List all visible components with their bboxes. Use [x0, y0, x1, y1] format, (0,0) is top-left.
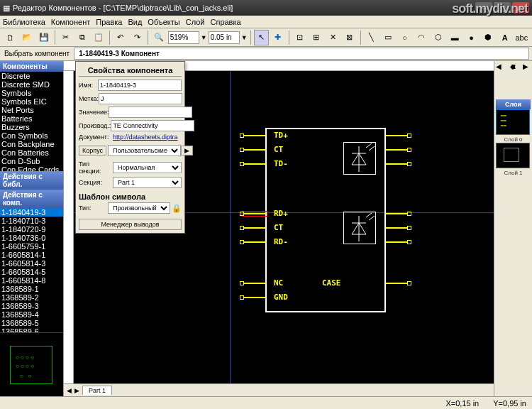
lib-item[interactable]: Con D-Sub [0, 157, 63, 165]
comp-item[interactable]: 1368589-2 [0, 293, 63, 302]
open-icon[interactable]: 📂 [20, 30, 35, 45]
library-list[interactable]: DiscreteDiscrete SMDSymbolsSymbols EICNe… [0, 72, 63, 171]
nav-down-icon[interactable]: ▼ [510, 62, 517, 70]
tool3-icon[interactable]: ✕ [326, 30, 341, 45]
manuf-input[interactable] [111, 120, 194, 131]
comp-item[interactable]: 1-1840736-0 [0, 234, 63, 242]
lib-item[interactable]: Symbols EIC [0, 97, 63, 106]
sectype-select[interactable]: Нормальная [113, 162, 182, 173]
comp-item[interactable]: 1-6605814-3 [0, 259, 63, 268]
menu-layer[interactable]: Слой [186, 18, 205, 26]
comp-item[interactable]: 1368589-5 [0, 319, 63, 327]
pin-left[interactable] [244, 213, 265, 214]
lib-item[interactable]: Discrete [0, 72, 63, 80]
comp-item[interactable]: 1-6605814-5 [0, 268, 63, 276]
type-select[interactable]: Произвольный [108, 202, 170, 214]
tool1-icon[interactable]: ⊡ [292, 30, 308, 45]
comp-item[interactable]: 1-1840419-3 [0, 208, 63, 217]
lib-item[interactable]: Con Symbols [0, 131, 63, 140]
lib-item[interactable]: Buzzers [0, 123, 63, 131]
tool2-icon[interactable]: ⊞ [309, 30, 324, 45]
pin-left[interactable] [244, 241, 265, 243]
comp-item[interactable]: 1-1840710-3 [0, 217, 63, 225]
pin-right[interactable] [386, 227, 407, 229]
lib-item[interactable]: Symbols [0, 89, 63, 97]
part-tab[interactable]: Part 1 [82, 386, 112, 395]
pin-left[interactable] [244, 297, 265, 298]
comp-item[interactable]: 1-6605814-8 [0, 276, 63, 285]
zoom-icon[interactable]: 🔍 [151, 30, 167, 45]
pointer-icon[interactable]: ↖ [254, 30, 270, 45]
pin-left[interactable] [244, 283, 265, 284]
paste-icon[interactable]: 📋 [92, 30, 107, 45]
menu-library[interactable]: Библиотека [3, 18, 45, 26]
poly-icon[interactable]: ⬡ [431, 30, 446, 45]
lib-item[interactable]: Con Batteries [0, 148, 63, 157]
comp-item[interactable]: 1368589-1 [0, 285, 63, 293]
copy-icon[interactable]: ⧉ [74, 30, 90, 45]
comp-item[interactable]: 1-1840720-9 [0, 225, 63, 234]
layer-0-thumb[interactable]: ━━━━━━ [496, 109, 530, 135]
pin-left[interactable] [244, 149, 265, 151]
case-next-button[interactable]: ▶ [181, 146, 193, 156]
line-icon[interactable]: ╲ [364, 30, 379, 45]
new-icon[interactable]: 🗋 [3, 30, 18, 45]
fillrect-icon[interactable]: ▬ [447, 30, 462, 45]
comp-item[interactable]: 1-6605814-1 [0, 251, 63, 259]
lib-item[interactable]: Con Edge Cards [0, 165, 63, 171]
menu-component[interactable]: Компонент [51, 18, 90, 26]
undo-icon[interactable]: ↶ [113, 30, 128, 45]
mark-input[interactable] [99, 93, 182, 104]
tab-prev-icon[interactable]: ◀ [67, 387, 72, 394]
pin-left[interactable] [244, 135, 265, 136]
redo-icon[interactable]: ↷ [130, 30, 145, 45]
menu-edit[interactable]: Правка [96, 18, 122, 26]
case-button[interactable]: Корпус [79, 146, 106, 156]
cut-icon[interactable]: ✂ [58, 30, 74, 45]
save-icon[interactable]: 💾 [36, 30, 52, 45]
lib-item[interactable]: Discrete SMD [0, 80, 63, 89]
rect-icon[interactable]: ▭ [380, 30, 396, 45]
lib-item[interactable]: Con Backplane [0, 140, 63, 148]
fillpoly-icon[interactable]: ⬢ [480, 30, 496, 45]
tool4-icon[interactable]: ⊠ [342, 30, 358, 45]
grid-input[interactable] [209, 31, 240, 44]
lib-item[interactable]: Net Ports [0, 106, 63, 114]
comp-item[interactable]: 1-6605759-1 [0, 242, 63, 251]
pin-left[interactable] [244, 163, 265, 165]
fillcirc-icon[interactable]: ● [464, 30, 480, 45]
comp-item[interactable]: 1368589-3 [0, 302, 63, 310]
text-icon[interactable]: A [497, 30, 513, 45]
nav-right-icon[interactable]: ▶ [523, 62, 528, 70]
menu-objects[interactable]: Объекты [148, 18, 179, 26]
pin-right[interactable] [386, 283, 407, 284]
comp-item[interactable]: 1368589-6 [0, 327, 63, 332]
circle-icon[interactable]: ○ [397, 30, 413, 45]
comp-actions-header[interactable]: Действия с комп. [0, 190, 63, 208]
case-select[interactable]: Пользовательские [108, 145, 181, 156]
menu-help[interactable]: Справка [210, 18, 240, 26]
pin-right[interactable] [386, 135, 407, 136]
lib-item[interactable]: Batteries [0, 114, 63, 123]
pin-right[interactable] [386, 213, 407, 214]
doc-link[interactable]: http://datasheets.diptra [113, 133, 178, 141]
value-input[interactable] [109, 107, 192, 118]
pin-right[interactable] [386, 163, 407, 165]
plus-icon[interactable]: ✚ [270, 30, 286, 45]
section-select[interactable]: Part 1 [113, 177, 182, 188]
pin-left[interactable] [244, 227, 265, 229]
name-input[interactable] [98, 80, 182, 91]
tab-next-icon[interactable]: ▶ [74, 387, 79, 394]
pan-navigator[interactable]: ▲ ◀ ◆ ▶ ▼ [496, 62, 530, 97]
nav-left-icon[interactable]: ◀ [496, 62, 501, 70]
arc-icon[interactable]: ◠ [414, 30, 429, 45]
menu-view[interactable]: Вид [128, 18, 142, 26]
zoom-input[interactable] [168, 31, 199, 44]
lock-icon[interactable]: 🔒 [172, 204, 182, 213]
lib-actions-header[interactable]: Действия с библ. [0, 171, 63, 190]
comp-item[interactable]: 1368589-4 [0, 310, 63, 319]
pin-right[interactable] [386, 241, 407, 243]
component-list[interactable]: 1-1840419-31-1840710-31-1840720-91-18407… [0, 208, 63, 332]
layer-1-thumb[interactable] [496, 143, 530, 168]
misc-icon[interactable]: abc [514, 30, 530, 45]
